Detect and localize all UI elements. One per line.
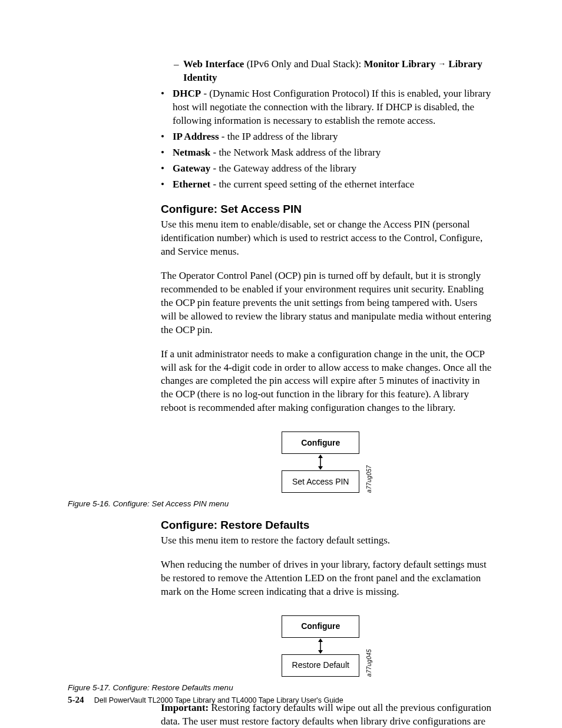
heading-set-access-pin: Configure: Set Access PIN bbox=[161, 202, 494, 217]
footer-title: Dell PowerVault TL2000 Tape Library and … bbox=[94, 696, 343, 704]
figure-id-label: a77ug057 bbox=[365, 464, 373, 493]
figure-box-set-access-pin: Set Access PIN bbox=[282, 470, 359, 493]
figure-5-16-caption: Figure 5-16. Configure: Set Access PIN m… bbox=[68, 499, 494, 509]
restore-defaults-p2: When reducing the number of drives in yo… bbox=[161, 558, 494, 599]
figure-box-restore-default: Restore Default bbox=[282, 654, 359, 677]
web-interface-text: Web Interface (IPv6 Only and Dual Stack)… bbox=[183, 58, 494, 85]
ip-text: IP Address - the IP address of the libra… bbox=[173, 130, 338, 144]
list-item-ip: • IP Address - the IP address of the lib… bbox=[161, 130, 494, 144]
svg-marker-5 bbox=[318, 650, 323, 654]
bullet-glyph: • bbox=[161, 146, 173, 160]
svg-marker-1 bbox=[318, 454, 323, 458]
list-item-dhcp: • DHCP - (Dynamic Host Configuration Pro… bbox=[161, 87, 494, 128]
bullet-glyph: • bbox=[161, 162, 173, 176]
bullet-glyph: • bbox=[161, 87, 173, 128]
svg-marker-2 bbox=[318, 466, 323, 470]
figure-5-17: Configure Restore Default a77ug045 bbox=[161, 615, 494, 677]
list-item-netmask: • Netmask - the Network Mask address of … bbox=[161, 146, 494, 160]
set-access-pin-p1: Use this menu item to enable/disable, se… bbox=[161, 218, 494, 259]
set-access-pin-p3: If a unit administrator needs to make a … bbox=[161, 348, 494, 416]
double-arrow-icon bbox=[317, 638, 324, 654]
figure-id-label: a77ug045 bbox=[365, 648, 373, 677]
figure-box-configure: Configure bbox=[282, 431, 359, 454]
ethernet-text: Ethernet - the current speed setting of … bbox=[173, 178, 414, 192]
dhcp-text: DHCP - (Dynamic Host Configuration Proto… bbox=[173, 87, 494, 128]
figure-5-16: Configure Set Access PIN a77ug057 bbox=[161, 431, 494, 493]
restore-defaults-p1: Use this menu item to restore the factor… bbox=[161, 534, 494, 548]
list-item-gateway: • Gateway - the Gateway address of the l… bbox=[161, 162, 494, 176]
bullet-glyph: • bbox=[161, 178, 173, 192]
dash-glyph: – bbox=[174, 58, 183, 85]
page-footer: 5-24 Dell PowerVault TL2000 Tape Library… bbox=[68, 694, 343, 706]
bullet-glyph: • bbox=[161, 130, 173, 144]
figure-5-17-caption: Figure 5-17. Configure: Restore Defaults… bbox=[68, 683, 494, 693]
list-item-ethernet: • Ethernet - the current speed setting o… bbox=[161, 178, 494, 192]
list-item-web-interface: – Web Interface (IPv6 Only and Dual Stac… bbox=[174, 58, 494, 85]
double-arrow-icon bbox=[317, 454, 324, 470]
figure-box-configure-2: Configure bbox=[282, 615, 359, 638]
set-access-pin-p2: The Operator Control Panel (OCP) pin is … bbox=[161, 269, 494, 337]
netmask-text: Netmask - the Network Mask address of th… bbox=[173, 146, 381, 160]
gateway-text: Gateway - the Gateway address of the lib… bbox=[173, 162, 356, 176]
svg-marker-4 bbox=[318, 638, 323, 642]
heading-restore-defaults: Configure: Restore Defaults bbox=[161, 518, 494, 533]
page-number: 5-24 bbox=[68, 695, 84, 704]
